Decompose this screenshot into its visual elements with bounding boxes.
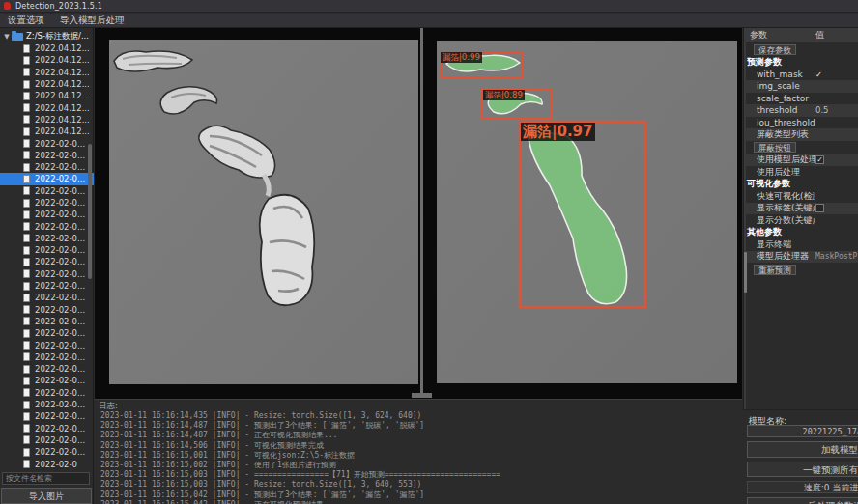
predict-all-button[interactable]: 一键预测所有图片 [747, 462, 858, 477]
tree-item[interactable]: 2022-02-0... [0, 399, 94, 410]
file-icon [23, 56, 30, 65]
tree-item[interactable]: 2022-02-0... [0, 375, 94, 386]
tree-item[interactable]: 2022-02-0... [0, 292, 94, 303]
tree-item[interactable]: 2022-02-0... [0, 434, 94, 446]
param-row[interactable]: 使用后处理 [744, 166, 858, 179]
param-row[interactable]: scale_factor [744, 93, 858, 105]
tree-item[interactable]: 2022-02-0... [0, 339, 94, 350]
param-button[interactable]: 保存参数 [754, 44, 796, 55]
tree-item[interactable]: 2022.04.12... [0, 101, 94, 113]
param-row[interactable]: iou_threshold [744, 117, 858, 129]
detection-label: 漏箔|0.89 [483, 90, 525, 100]
model-section: 模型名称: 20221225_174813 加载模型 一键预测所有图片 速度:0… [743, 409, 858, 504]
tree-item[interactable]: 2022-02-0... [0, 173, 94, 184]
checkbox-checked-icon[interactable]: ✓ [815, 155, 824, 164]
param-section-header: 预测参数 [744, 56, 858, 69]
param-row[interactable]: 模型后处理器MaskPostPro [744, 251, 858, 264]
param-label: with_mask [757, 70, 815, 79]
param-row[interactable]: 快速可视化(检测) [744, 190, 858, 203]
params-col-value: 值 [815, 29, 858, 42]
tree-item[interactable]: 2022-02-0... [0, 268, 94, 280]
search-input[interactable] [2, 472, 90, 485]
original-image[interactable] [109, 40, 418, 384]
tree-item[interactable]: 2022-02-0... [0, 150, 94, 161]
param-button-row: 屏蔽按钮 [744, 141, 858, 154]
tree-item[interactable]: 2022-02-0... [0, 256, 94, 267]
file-icon [23, 199, 30, 208]
tree-item-label: 2022-02-0... [35, 174, 85, 183]
tree-item[interactable]: 2022-02-0... [0, 410, 94, 422]
tree-item-label: 2022-02-0... [35, 139, 85, 149]
tree-root-label: Z:/S-标注数据/... [26, 31, 89, 42]
param-row[interactable]: with_mask✓ [744, 69, 858, 81]
tree-item[interactable]: 2022.04.12... [0, 126, 94, 137]
menu-import-postprocess[interactable]: 导入模型后处理 [60, 14, 125, 27]
file-icon [23, 68, 30, 76]
tree-scrollbar[interactable] [88, 144, 92, 279]
tree-item[interactable]: 2022.04.12... [0, 114, 94, 126]
tree-item[interactable]: 2022-02-0... [0, 185, 94, 197]
tree-item[interactable]: 2022-02-0... [0, 423, 94, 434]
tree-item[interactable]: 2022-02-0... [0, 244, 94, 256]
tree-item[interactable]: 2022-02-0... [0, 197, 94, 209]
tree-item-label: 2022-02-0... [35, 328, 85, 338]
tree-item[interactable]: 2022.04.12... [0, 42, 94, 54]
tree-item[interactable]: 2022-02-0... [0, 137, 94, 149]
tree-item[interactable]: 2022-02-0... [0, 351, 94, 363]
tree-item[interactable]: 2022-02-0... [0, 280, 94, 292]
params-scrollbar-track[interactable] [744, 28, 746, 414]
param-row[interactable]: 显示分数(关键点) [744, 214, 858, 227]
file-icon [23, 115, 30, 124]
tree-item[interactable]: 2022-02-0... [0, 327, 94, 339]
tree-root-folder[interactable]: ▼ Z:/S-标注数据/... [0, 30, 94, 42]
param-value: ✓ [815, 155, 858, 164]
log-lines[interactable]: 2023-01-11 16:16:14,435 |INFO| - Resize:… [100, 411, 500, 504]
tree-item[interactable]: 2022-02-0... [0, 304, 94, 316]
tree-item[interactable]: 2022.04.12... [0, 90, 94, 101]
tree-item[interactable]: 2022-02-0... [0, 363, 94, 375]
tree-item[interactable]: 2022.04.12... [0, 67, 94, 78]
prediction-image[interactable]: 漏箔|0.99 漏箔|0.89 漏箔|0.97 [437, 41, 737, 383]
tree-item[interactable]: 2022-02-0... [0, 233, 94, 244]
tree-item[interactable]: 2022.04.12... [0, 78, 94, 90]
import-images-button[interactable]: 导入图片 [1, 488, 92, 504]
param-row[interactable]: 显示终端 [744, 238, 858, 251]
log-line: 2023-01-11 16:16:15,042 |INFO| - 正在可视化预测… [100, 500, 500, 504]
panel-splitter[interactable] [420, 28, 423, 395]
chevron-down-icon[interactable]: ▼ [2, 33, 12, 41]
app-logo-icon [4, 2, 11, 10]
param-row[interactable]: img_scale [744, 80, 858, 93]
tree-item[interactable]: 2022-02-0... [0, 446, 94, 458]
tree-item-label: 2022-02-0... [35, 257, 85, 266]
postprocess-settings-button[interactable]: 后处理参数设置 [747, 497, 858, 504]
file-tree-panel: ▼ Z:/S-标注数据/... 2022.04.12...2022.04.12.… [0, 28, 94, 504]
model-name-field[interactable]: 20221225_174813 [747, 425, 858, 437]
param-row[interactable]: 显示标签(关键点) [744, 203, 858, 215]
tree-item[interactable]: 2022.04.12... [0, 54, 94, 66]
tree-item[interactable]: 2022-02-0 [0, 458, 94, 469]
title-bar: Detection_2023.1.5.1 [0, 0, 858, 13]
param-row[interactable]: 屏蔽类型列表 [744, 128, 858, 141]
menu-settings[interactable]: 设置选项 [8, 14, 44, 27]
tree-item[interactable]: 2022-02-0... [0, 387, 94, 399]
load-model-button[interactable]: 加载模型 [747, 441, 858, 458]
detection-label: 漏箔|0.99 [441, 52, 482, 63]
checkbox-empty-icon[interactable] [815, 204, 824, 212]
param-row[interactable]: threshold0.5 [744, 104, 858, 117]
param-label: 显示分数(关键点) [757, 214, 815, 227]
menu-bar: 设置选项 导入模型后处理 [0, 14, 858, 28]
tree-item-label: 2022.04.12... [35, 126, 90, 136]
log-line: 2023-01-11 16:16:14,487 |INFO| - 正在可视化预测… [100, 431, 500, 440]
tree-item[interactable]: 2022-02-0... [0, 161, 94, 173]
file-icon [23, 460, 30, 468]
file-icon [23, 103, 30, 112]
params-scrollbar-handle[interactable] [744, 252, 747, 293]
tree-item[interactable]: 2022-02-0... [0, 220, 94, 232]
tree-item[interactable]: 2022-02-0... [0, 316, 94, 327]
panel-splitter-handle[interactable] [412, 393, 432, 398]
param-button[interactable]: 重新预测 [754, 265, 796, 275]
param-row[interactable]: 使用模型后处理✓ [744, 154, 858, 167]
param-button[interactable]: 屏蔽按钮 [754, 142, 796, 153]
param-label: 使用模型后处理 [757, 154, 815, 166]
tree-item[interactable]: 2022-02-0... [0, 209, 94, 220]
